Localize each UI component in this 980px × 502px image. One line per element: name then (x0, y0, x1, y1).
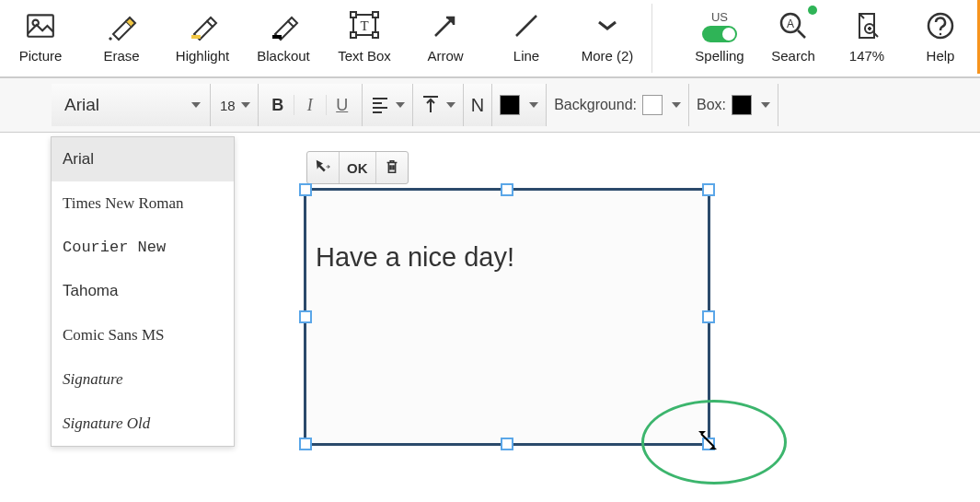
toolbar-divider (651, 4, 652, 73)
resize-handle-nw[interactable] (299, 183, 312, 196)
link-button[interactable] (778, 84, 793, 126)
font-option[interactable]: Signature Old (52, 402, 234, 446)
text-box[interactable]: Have a nice day! (304, 188, 710, 446)
resize-handle-s[interactable] (501, 438, 513, 450)
caret-down-icon[interactable] (672, 102, 681, 108)
blackout-button[interactable]: Blackout (243, 0, 324, 76)
font-size-label: 18 (220, 98, 236, 113)
text-style-group: B I U (259, 84, 363, 126)
textbox-label: Text Box (338, 48, 391, 64)
search-icon: A (778, 7, 809, 44)
line-label: Line (513, 48, 539, 64)
zoom-button[interactable]: 147% (830, 0, 904, 76)
svg-rect-6 (351, 12, 356, 18)
svg-text:A: A (787, 18, 794, 30)
svg-rect-7 (373, 12, 378, 18)
format-bar: Arial 18 B I U (0, 77, 980, 133)
move-icon (315, 158, 331, 178)
delete-button[interactable] (376, 152, 408, 183)
textbox-button[interactable]: T Text Box (324, 0, 405, 76)
blackout-icon (268, 7, 299, 44)
svg-rect-8 (351, 32, 356, 38)
separator (326, 95, 327, 115)
highlight-button[interactable]: Highlight (162, 0, 243, 76)
font-option[interactable]: Comic Sans MS (52, 313, 234, 357)
spelling-language-label: US (711, 10, 728, 24)
background-label: Background: (554, 97, 642, 113)
font-option[interactable]: Tahoma (52, 269, 234, 313)
resize-handle-e[interactable] (702, 310, 715, 323)
zoom-label: 147% (849, 48, 884, 64)
valign-top-icon (421, 94, 441, 117)
font-select[interactable]: Arial (52, 84, 211, 126)
caret-down-icon (241, 102, 250, 108)
font-option[interactable]: Signature (52, 357, 234, 402)
blackout-label: Blackout (257, 48, 310, 64)
search-button[interactable]: A Search (756, 0, 830, 76)
canvas-area[interactable]: ArialTimes New RomanCourier NewTahomaCom… (0, 133, 980, 502)
main-toolbar: Picture Erase Highlight (0, 0, 980, 77)
svg-text:T: T (360, 18, 368, 33)
svg-rect-9 (373, 32, 378, 38)
font-dropdown: ArialTimes New RomanCourier NewTahomaCom… (51, 136, 235, 447)
spelling-button[interactable]: US Spelling (683, 0, 756, 76)
svg-rect-0 (28, 15, 53, 36)
resize-handle-ne[interactable] (702, 183, 715, 196)
align-select[interactable] (363, 84, 413, 126)
arrow-icon (430, 7, 461, 44)
textbox-icon: T (349, 7, 380, 44)
picture-button[interactable]: Picture (0, 0, 81, 76)
text-color-swatch (500, 95, 520, 115)
caret-down-icon[interactable] (761, 102, 770, 108)
bold-button[interactable]: B (266, 96, 290, 115)
normal-style-button[interactable]: N (464, 84, 492, 126)
arrow-button[interactable]: Arrow (405, 0, 486, 76)
font-size-select[interactable]: 18 (211, 84, 259, 126)
caret-down-icon (446, 102, 455, 108)
valign-select[interactable] (413, 84, 464, 126)
resize-handle-se[interactable] (702, 438, 715, 450)
underline-button[interactable]: U (330, 96, 354, 115)
resize-handle-sw[interactable] (299, 438, 312, 450)
arrow-label: Arrow (427, 48, 463, 64)
more-button[interactable]: More (2) (567, 0, 648, 76)
move-button[interactable] (307, 152, 340, 183)
svg-rect-2 (191, 35, 201, 39)
caret-down-icon (396, 102, 405, 108)
highlight-icon (187, 7, 218, 44)
help-label: Help (927, 48, 955, 64)
font-option[interactable]: Times New Roman (52, 181, 234, 226)
box-color-swatch[interactable] (732, 95, 752, 115)
ok-button[interactable]: OK (340, 152, 376, 183)
zoom-icon (851, 7, 882, 44)
resize-handle-w[interactable] (299, 310, 312, 323)
notification-dot-icon (808, 6, 817, 15)
background-color-swatch[interactable] (642, 95, 663, 115)
caret-down-icon (191, 102, 201, 108)
background-color-group: Background: (547, 84, 689, 126)
picture-icon (25, 7, 56, 44)
search-label: Search (771, 48, 815, 64)
spelling-toggle-icon: US (702, 7, 737, 44)
resize-handle-n[interactable] (501, 183, 513, 196)
box-label: Box: (697, 97, 732, 113)
svg-rect-3 (272, 35, 282, 39)
highlight-label: Highlight (176, 48, 229, 64)
toolbar-right: US Spelling A Search (683, 0, 980, 76)
line-icon (511, 7, 542, 44)
text-box-content[interactable]: Have a nice day! (306, 191, 708, 282)
italic-button[interactable]: I (298, 96, 322, 115)
separator (294, 95, 294, 115)
erase-button[interactable]: Erase (81, 0, 162, 76)
more-label: More (2) (582, 48, 634, 64)
box-color-group: Box: (689, 84, 778, 126)
text-color-select[interactable] (492, 84, 547, 126)
help-icon (925, 7, 956, 44)
line-button[interactable]: Line (486, 0, 567, 76)
help-button[interactable]: Help (904, 0, 977, 76)
font-option[interactable]: Courier New (52, 226, 234, 269)
caret-down-icon (529, 102, 538, 108)
font-option[interactable]: Arial (52, 137, 234, 181)
ok-label: OK (347, 160, 368, 176)
toggle-on-icon[interactable] (702, 26, 737, 42)
